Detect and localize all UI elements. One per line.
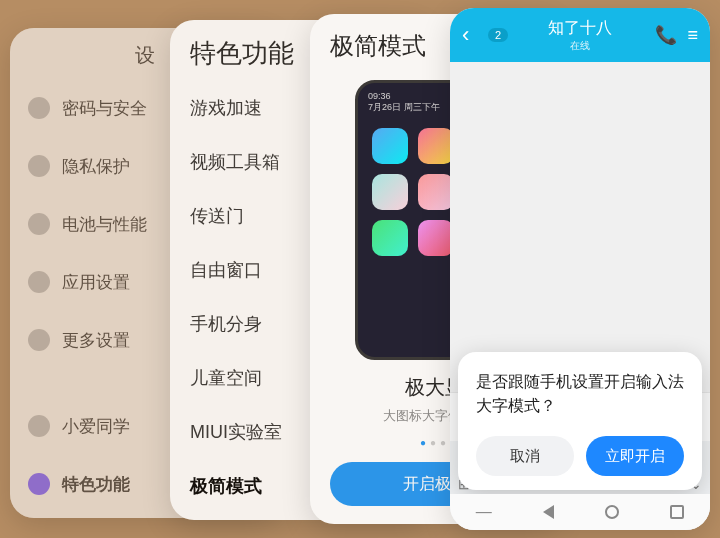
unread-badge: 2 (488, 28, 508, 42)
dialog-message: 是否跟随手机设置开启输入法大字模式？ (476, 370, 684, 418)
features-icon (28, 473, 50, 495)
preview-app-icon (372, 220, 408, 256)
back-icon[interactable]: ‹ (462, 22, 486, 48)
nav-recents-icon[interactable] (670, 505, 684, 519)
chat-screen: ‹ 2 知了十八 在线 📞 ≡ ◉ 发送 🖼 📷 🔥 🎤 🎮 ⊕ ⊞ ☺ ⊙ ✿… (450, 8, 710, 530)
preview-app-icon (372, 128, 408, 164)
more-icon (28, 329, 50, 351)
privacy-icon (28, 155, 50, 177)
preview-app-icon (418, 174, 454, 210)
cancel-button[interactable]: 取消 (476, 436, 574, 476)
chat-messages[interactable] (450, 62, 710, 392)
nav-back-triangle-icon[interactable] (543, 505, 554, 519)
confirm-button[interactable]: 立即开启 (586, 436, 684, 476)
menu-icon[interactable]: ≡ (687, 25, 698, 46)
android-navbar: — (450, 494, 710, 530)
battery-icon (28, 213, 50, 235)
preview-app-icon (418, 128, 454, 164)
preview-app-icon (372, 174, 408, 210)
assistant-icon (28, 415, 50, 437)
call-icon[interactable]: 📞 (655, 24, 677, 46)
nav-back-icon[interactable]: — (476, 503, 492, 521)
chat-header: ‹ 2 知了十八 在线 📞 ≡ (450, 8, 710, 62)
nav-home-icon[interactable] (605, 505, 619, 519)
shield-icon (28, 97, 50, 119)
preview-app-icon (418, 220, 454, 256)
apps-icon (28, 271, 50, 293)
ime-large-font-dialog: 是否跟随手机设置开启输入法大字模式？ 取消 立即开启 (458, 352, 702, 490)
